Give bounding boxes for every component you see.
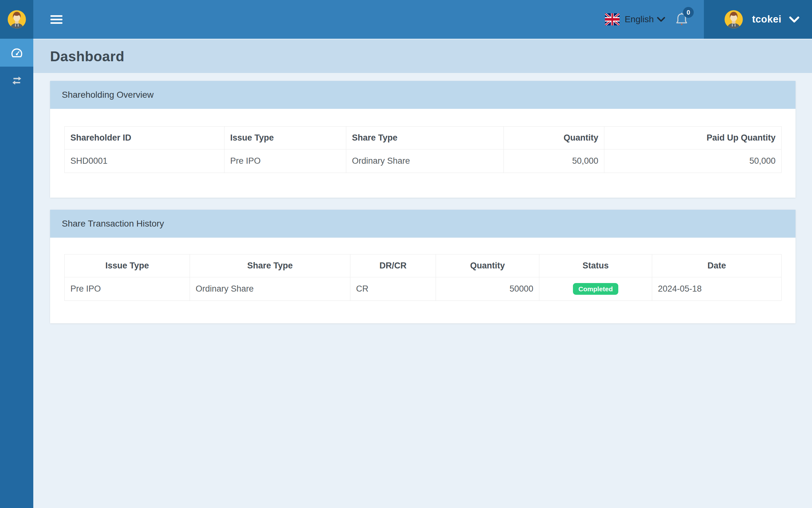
card-body: Issue Type Share Type DR/CR Quantity Sta… bbox=[50, 238, 796, 323]
cell-drcr: CR bbox=[350, 277, 436, 301]
sidebar bbox=[0, 39, 33, 508]
content-area: Shareholding Overview Shareholder ID Iss… bbox=[33, 73, 812, 323]
cell-issue-type: Pre IPO bbox=[65, 277, 190, 301]
card-title: Share Transaction History bbox=[50, 210, 796, 238]
gauge-icon bbox=[11, 48, 22, 57]
share-transaction-history-card: Share Transaction History Issue Type Sha… bbox=[50, 210, 796, 323]
column-header: Issue Type bbox=[225, 127, 346, 150]
user-avatar bbox=[724, 10, 743, 29]
shareholding-table: Shareholder ID Issue Type Share Type Qua… bbox=[64, 126, 781, 173]
column-header: Quantity bbox=[436, 254, 539, 277]
notification-count-badge: 0 bbox=[683, 7, 694, 18]
card-body: Shareholder ID Issue Type Share Type Qua… bbox=[50, 109, 796, 198]
shareholding-overview-card: Shareholding Overview Shareholder ID Iss… bbox=[50, 81, 796, 198]
cell-quantity: 50000 bbox=[436, 277, 539, 301]
cell-quantity: 50,000 bbox=[504, 150, 604, 173]
column-header: Date bbox=[652, 254, 781, 277]
brand-avatar-icon bbox=[7, 10, 26, 29]
cell-share-type: Ordinary Share bbox=[190, 277, 350, 301]
user-menu[interactable]: tcokei bbox=[704, 0, 812, 39]
hamburger-menu-button[interactable] bbox=[50, 15, 62, 24]
exchange-icon bbox=[11, 76, 22, 85]
username-label: tcokei bbox=[752, 14, 781, 25]
cell-share-type: Ordinary Share bbox=[346, 150, 504, 173]
column-header: Paid Up Quantity bbox=[604, 127, 781, 150]
notifications-button[interactable]: 0 bbox=[674, 11, 689, 27]
cell-paid-up-quantity: 50,000 bbox=[604, 150, 781, 173]
language-label: English bbox=[625, 14, 654, 25]
chevron-down-icon bbox=[789, 16, 799, 23]
chevron-down-icon bbox=[657, 17, 665, 22]
cell-shareholder-id: SHD0001 bbox=[65, 150, 225, 173]
column-header: Quantity bbox=[504, 127, 604, 150]
page-title: Dashboard bbox=[50, 48, 124, 65]
column-header: Share Type bbox=[190, 254, 350, 277]
column-header: Shareholder ID bbox=[65, 127, 225, 150]
page-header-band: Dashboard bbox=[33, 39, 812, 73]
table-row: Pre IPO Ordinary Share CR 50000 Complete… bbox=[65, 277, 781, 301]
column-header: Issue Type bbox=[65, 254, 190, 277]
navbar-right-cluster: English 0 tcokei bbox=[605, 0, 812, 39]
card-title: Shareholding Overview bbox=[50, 81, 796, 109]
cell-date: 2024-05-18 bbox=[652, 277, 781, 301]
cell-status: Completed bbox=[539, 277, 652, 301]
sidebar-item-dashboard[interactable] bbox=[0, 39, 33, 67]
menu-icon bbox=[50, 15, 62, 17]
column-header: Share Type bbox=[346, 127, 504, 150]
main-content: Dashboard Shareholding Overview Sharehol… bbox=[33, 39, 812, 508]
menu-icon bbox=[50, 19, 62, 20]
sidebar-item-transactions[interactable] bbox=[0, 67, 33, 94]
table-header-row: Shareholder ID Issue Type Share Type Qua… bbox=[65, 127, 781, 150]
brand-logo[interactable] bbox=[0, 0, 33, 39]
cell-issue-type: Pre IPO bbox=[225, 150, 346, 173]
column-header: DR/CR bbox=[350, 254, 436, 277]
transaction-history-table: Issue Type Share Type DR/CR Quantity Sta… bbox=[64, 254, 781, 301]
status-badge: Completed bbox=[573, 283, 618, 295]
column-header: Status bbox=[539, 254, 652, 277]
table-header-row: Issue Type Share Type DR/CR Quantity Sta… bbox=[65, 254, 781, 277]
menu-icon bbox=[50, 22, 62, 24]
table-row: SHD0001 Pre IPO Ordinary Share 50,000 50… bbox=[65, 150, 781, 173]
uk-flag-icon bbox=[605, 13, 620, 26]
language-selector[interactable]: English bbox=[605, 13, 665, 26]
top-navbar: English 0 tcokei bbox=[0, 0, 812, 39]
